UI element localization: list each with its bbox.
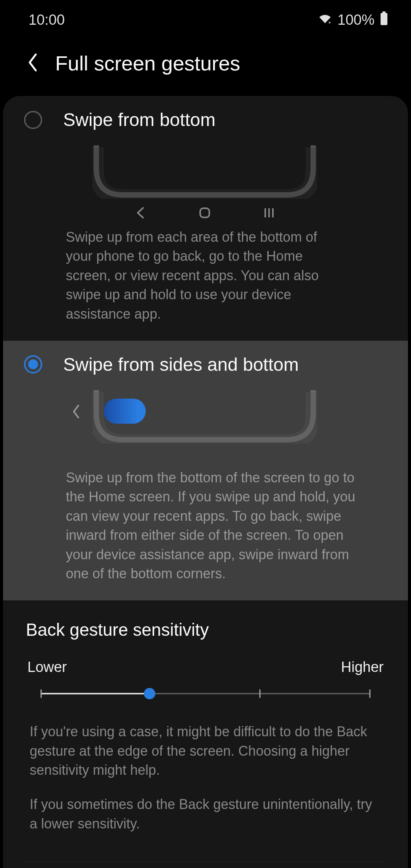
option-description: Swipe up from each area of the bottom of… (24, 228, 385, 324)
option-swipe-sides-bottom[interactable]: Swipe from sides and bottom Swipe up fro… (3, 341, 408, 600)
option-swipe-bottom[interactable]: Swipe from bottom Swipe up f (3, 96, 408, 341)
battery-icon (380, 11, 388, 29)
clock: 10:00 (29, 12, 65, 28)
slider-label-higher: Higher (341, 659, 384, 675)
nav-home-icon (198, 206, 211, 221)
svg-text:+: + (328, 19, 331, 25)
svg-rect-1 (382, 11, 386, 13)
back-icon[interactable] (27, 53, 38, 73)
header: Full screen gestures (0, 36, 411, 96)
sensitivity-hint: If you sometimes do the Back gesture uni… (26, 795, 385, 833)
option-label: Swipe from sides and bottom (63, 354, 299, 375)
sensitivity-hint: If you're using a case, it might be diff… (26, 722, 385, 780)
gesture-indicator-icon (104, 399, 146, 424)
preview-swipe-bottom (92, 145, 317, 199)
svg-rect-3 (200, 208, 209, 217)
settings-card: Swipe from bottom Swipe up f (3, 96, 408, 868)
nav-recents-icon (263, 206, 276, 221)
preview-swipe-sides-bottom (92, 390, 317, 444)
slider-label-lower: Lower (27, 659, 67, 675)
wifi-icon: + (318, 12, 332, 28)
back-gesture-icon (72, 404, 81, 421)
slider-thumb[interactable] (144, 688, 155, 699)
sensitivity-title: Back gesture sensitivity (26, 619, 385, 640)
page-title: Full screen gestures (55, 51, 240, 75)
status-bar: 10:00 + 100% (0, 0, 411, 36)
sensitivity-section: Back gesture sensitivity Lower Higher If… (3, 600, 408, 845)
option-label: Swipe from bottom (63, 109, 215, 130)
radio-swipe-sides-bottom[interactable] (24, 355, 42, 373)
nav-back-icon (134, 206, 147, 221)
nav-icons-preview (24, 206, 385, 221)
sensitivity-slider[interactable] (41, 686, 370, 701)
option-description: Swipe up from the bottom of the screen t… (24, 468, 385, 583)
toggle-back-gesture-keyboard[interactable]: Allow back gesture on keyboard (3, 862, 408, 868)
battery-pct: 100% (338, 12, 374, 28)
radio-swipe-bottom[interactable] (24, 111, 42, 129)
svg-rect-2 (381, 13, 387, 25)
